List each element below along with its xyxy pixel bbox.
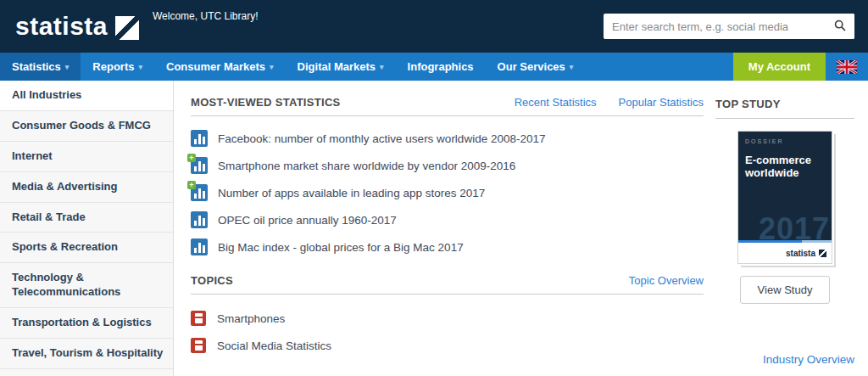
nav-item-label: Reports bbox=[92, 60, 134, 73]
uk-flag-icon[interactable] bbox=[837, 60, 857, 74]
top-study-column: TOP STUDY DOSSIER E-commerce worldwide 2… bbox=[715, 81, 868, 376]
stat-list-item[interactable]: Smartphone market share worldwide by ven… bbox=[191, 152, 704, 179]
stat-label: Big Mac index - global prices for a Big … bbox=[218, 241, 464, 254]
popular-statistics-link[interactable]: Popular Statistics bbox=[619, 96, 704, 109]
study-cover-top: DOSSIER E-commerce worldwide 2017 bbox=[738, 132, 832, 240]
dossier-icon bbox=[191, 311, 206, 326]
most-viewed-header: MOST-VIEWED STATISTICS Recent Statistics… bbox=[191, 96, 704, 116]
nav-item-infographics[interactable]: Infographics bbox=[396, 53, 486, 81]
nav-item-label: Infographics bbox=[408, 60, 474, 73]
chevron-down-icon: ▾ bbox=[380, 63, 384, 71]
nav-item-label: Consumer Markets bbox=[166, 60, 265, 73]
stat-label: OPEC oil price annually 1960-2017 bbox=[218, 214, 397, 227]
study-cover[interactable]: DOSSIER E-commerce worldwide 2017 statis… bbox=[737, 131, 832, 264]
top-header: statista Welcome, UTC Library! bbox=[0, 0, 868, 53]
stat-list-item[interactable]: OPEC oil price annually 1960-2017 bbox=[191, 206, 704, 233]
sidebar-item-consumer-goods[interactable]: Consumer Goods & FMCG bbox=[0, 111, 173, 142]
nav-right-group: My Account bbox=[733, 53, 868, 81]
bar-chart-icon bbox=[191, 239, 208, 255]
search-box bbox=[604, 14, 854, 39]
topic-label: Smartphones bbox=[217, 312, 285, 325]
search-icon bbox=[833, 19, 847, 35]
bar-chart-icon bbox=[191, 130, 208, 147]
bar-chart-icon bbox=[191, 211, 208, 228]
view-study-button[interactable]: View Study bbox=[740, 276, 831, 304]
search-input[interactable] bbox=[604, 20, 826, 33]
statista-logo-icon bbox=[115, 16, 139, 40]
page-content: All Industries Consumer Goods & FMCG Int… bbox=[0, 81, 868, 376]
top-study-title: TOP STUDY bbox=[715, 98, 781, 110]
chevron-down-icon: ▾ bbox=[138, 63, 142, 71]
sidebar-item-all-industries[interactable]: All Industries bbox=[0, 81, 173, 111]
nav-item-consumer-markets[interactable]: Consumer Markets ▾ bbox=[154, 53, 286, 81]
welcome-message: Welcome, UTC Library! bbox=[153, 10, 258, 22]
study-cover-card: DOSSIER E-commerce worldwide 2017 statis… bbox=[737, 131, 832, 264]
industry-overview-link[interactable]: Industry Overview bbox=[763, 353, 854, 366]
sidebar-item-media-advertising[interactable]: Media & Advertising bbox=[0, 172, 173, 203]
statista-logo[interactable]: statista bbox=[15, 12, 139, 41]
sidebar-item-technology-telecom[interactable]: Technology & Telecommunications bbox=[0, 263, 173, 308]
top-study-header: TOP STUDY bbox=[715, 96, 854, 119]
study-name: E-commerce worldwide bbox=[745, 154, 825, 180]
topic-label: Social Media Statistics bbox=[217, 340, 331, 352]
recent-statistics-link[interactable]: Recent Statistics bbox=[515, 96, 597, 109]
chevron-down-icon: ▾ bbox=[65, 63, 70, 71]
chevron-down-icon: ▾ bbox=[570, 63, 574, 71]
nav-item-digital-markets[interactable]: Digital Markets ▾ bbox=[286, 53, 396, 81]
study-year: 2017 bbox=[759, 211, 830, 240]
stat-list-item[interactable]: Facebook: number of monthly active users… bbox=[191, 125, 704, 152]
sidebar-item-retail-trade[interactable]: Retail & Trade bbox=[0, 203, 173, 233]
sidebar-item-internet[interactable]: Internet bbox=[0, 142, 173, 172]
stat-label: Number of apps available in leading app … bbox=[218, 187, 485, 199]
nav-item-reports[interactable]: Reports ▾ bbox=[81, 53, 154, 81]
topics-title: TOPICS bbox=[191, 274, 607, 287]
new-badge-icon bbox=[187, 181, 196, 189]
nav-item-statistics[interactable]: Statistics ▾ bbox=[0, 53, 81, 81]
stat-label: Facebook: number of monthly active users… bbox=[218, 132, 545, 145]
sidebar-item-transportation-logistics[interactable]: Transportation & Logistics bbox=[0, 308, 173, 339]
nav-item-label: Statistics bbox=[12, 60, 61, 73]
topic-overview-link[interactable]: Topic Overview bbox=[629, 274, 704, 287]
statista-logo-text: statista bbox=[15, 12, 108, 41]
nav-item-our-services[interactable]: Our Services ▾ bbox=[486, 53, 586, 81]
topic-list-item[interactable]: Social Media Statistics bbox=[191, 332, 704, 359]
topic-list-item[interactable]: Smartphones bbox=[191, 305, 704, 332]
dossier-tag: DOSSIER bbox=[745, 138, 825, 144]
main-nav: Statistics ▾ Reports ▾ Consumer Markets … bbox=[0, 53, 868, 81]
my-account-button[interactable]: My Account bbox=[733, 53, 826, 81]
stat-label: Smartphone market share worldwide by ven… bbox=[218, 160, 515, 172]
nav-item-label: Our Services bbox=[498, 60, 565, 73]
bar-chart-icon bbox=[191, 157, 208, 174]
stat-list-item[interactable]: Big Mac index - global prices for a Big … bbox=[191, 233, 704, 261]
sidebar-item-travel-tourism[interactable]: Travel, Tourism & Hospitality bbox=[0, 339, 173, 369]
industries-sidebar: All Industries Consumer Goods & FMCG Int… bbox=[0, 81, 174, 376]
study-cover-footer: statista bbox=[738, 243, 832, 263]
search-button[interactable] bbox=[826, 14, 854, 39]
topics-header: TOPICS Topic Overview bbox=[191, 274, 704, 295]
most-viewed-list: Facebook: number of monthly active users… bbox=[191, 125, 704, 261]
chevron-down-icon: ▾ bbox=[270, 63, 274, 71]
main-column: MOST-VIEWED STATISTICS Recent Statistics… bbox=[174, 81, 715, 376]
dossier-icon bbox=[191, 338, 206, 353]
nav-item-label: Digital Markets bbox=[298, 60, 376, 73]
stat-list-item[interactable]: Number of apps available in leading app … bbox=[191, 179, 704, 206]
bar-chart-icon bbox=[191, 184, 208, 201]
statista-mini-logo-icon bbox=[819, 250, 826, 257]
statista-brand-text: statista bbox=[786, 249, 815, 258]
topics-list: Smartphones Social Media Statistics bbox=[191, 305, 704, 359]
most-viewed-title: MOST-VIEWED STATISTICS bbox=[191, 96, 492, 109]
new-badge-icon bbox=[187, 154, 196, 162]
sidebar-item-sports-recreation[interactable]: Sports & Recreation bbox=[0, 233, 173, 263]
